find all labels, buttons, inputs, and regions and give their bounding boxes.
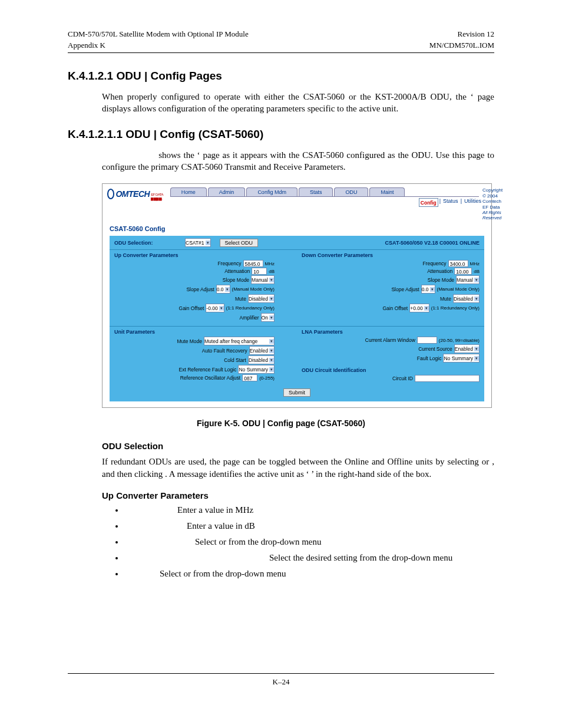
up-slopemode-select[interactable]: Manual▾ <box>251 275 275 284</box>
dn-mute-select[interactable]: Disabled▾ <box>453 294 480 303</box>
para-config-pages: When properly configured to operate with… <box>102 91 494 115</box>
subtab-config[interactable]: Config <box>419 198 438 207</box>
dn-slopemode-select[interactable]: Manual▾ <box>456 275 480 284</box>
tab-admin[interactable]: Admin <box>208 187 246 196</box>
chevron-down-icon: ▾ <box>269 348 274 353</box>
tab-home[interactable]: Home <box>170 187 207 196</box>
up-slopemode-label: Slope Mode <box>223 277 249 283</box>
down-converter-title: Down Converter Parameters <box>302 252 480 258</box>
tab-maint[interactable]: Maint <box>369 187 405 196</box>
unit-mutemode-label: Mute Mode <box>177 338 202 344</box>
lna-fl-label: Fault Logic <box>417 355 442 361</box>
unit-afr-label: Auto Fault Recovery <box>202 348 247 354</box>
submit-button[interactable]: Submit <box>283 388 310 397</box>
tab-config[interactable]: Config Mdm <box>246 187 297 196</box>
dn-slopeadj-value: 0.0 <box>422 286 429 292</box>
unit-roa-hint: (0-255) <box>259 375 275 381</box>
unit-mutemode-value: Muted after freq change <box>204 338 257 344</box>
unit-coldstart-select[interactable]: Disabled▾ <box>248 355 275 364</box>
lna-fl-select[interactable]: No Summary▾ <box>443 354 480 363</box>
subtab-utilities[interactable]: Utilities <box>463 198 482 207</box>
unit-coldstart-value: Disabled <box>249 357 268 363</box>
up-freq-input[interactable]: 5845.0 <box>243 260 263 267</box>
up-converter-list: Enter a value in MHz Enter a value in dB… <box>114 505 494 579</box>
lna-cs-value: Enabled <box>455 346 473 352</box>
dn-freq-unit: MHz <box>470 261 480 266</box>
figure-caption: Figure K-5. ODU | Config page (CSAT-5060… <box>68 419 494 428</box>
up-slopeadj-value: 0.0 <box>217 286 224 292</box>
dn-atten-input[interactable]: 10.00 <box>454 268 472 275</box>
up-atten-input[interactable]: 10 <box>252 268 267 275</box>
dn-gainoff-label: Gain Offset <box>382 305 408 311</box>
heading-odu-selection: ODU Selection <box>102 441 494 451</box>
odu-selection-value: CSAT#1 <box>186 240 204 246</box>
list-item: Enter a value in MHz <box>124 505 494 515</box>
chevron-down-icon: ▾ <box>269 315 274 320</box>
lna-params-title: LNA Parameters <box>302 329 480 335</box>
unit-roa-label: Reference Oscillator Adjust <box>180 375 241 381</box>
hdr-left1: CDM-570/570L Satellite Modem with Option… <box>68 29 249 39</box>
chevron-down-icon: ▾ <box>474 356 479 361</box>
up-amp-select[interactable]: On▾ <box>261 313 275 322</box>
tab-odu[interactable]: ODU <box>334 187 368 196</box>
screenshot-panel: OMTECH EF DATA ▆▆▆▆. Home Admin Config M… <box>102 183 492 408</box>
copyright-block: Copyright © 2004 Comtech EF Data All Rig… <box>482 187 503 220</box>
logo-subtext: EF DATA ▆▆▆▆. <box>151 193 166 200</box>
heading-config-pages: K.4.1.2.1 ODU | Config Pages <box>68 70 494 83</box>
odu-selection-select[interactable]: CSAT#1▾ <box>185 238 211 247</box>
subtab-status[interactable]: Status <box>442 198 459 207</box>
dn-slopeadj-hint: (Manual Mode Only) <box>437 286 480 292</box>
dn-mute-label: Mute <box>440 296 451 302</box>
up-slopeadj-label: Slope Adjust <box>186 286 214 292</box>
hdr-right2: MN/CDM570L.IOM <box>429 41 494 50</box>
dn-freq-label: Frequency <box>422 261 446 266</box>
unit-erfl-label: Ext Reference Fault Logic <box>179 367 237 373</box>
lna-caw-hint: (20-50, 99=disable) <box>439 338 480 343</box>
lna-cs-select[interactable]: Enabled▾ <box>454 344 480 353</box>
odu-selection-label: ODU Selection: <box>114 240 185 246</box>
hdr-left2: Appendix K <box>68 41 105 50</box>
copyright-l2: Comtech EF Data <box>482 199 503 210</box>
up-gainoff-value: -0.00 <box>206 305 217 311</box>
globe-icon <box>107 189 114 199</box>
copyright-l3: All Rights Reserved <box>482 210 503 220</box>
up-amp-label: Amplifier <box>240 315 259 321</box>
logo-text: OMTECH <box>115 189 150 199</box>
config-panel: ODU Selection: CSAT#1▾ Select ODU CSAT-5… <box>110 236 484 401</box>
logo: OMTECH EF DATA ▆▆▆▆. <box>107 187 166 200</box>
lna-caw-label: Current Alarm Window <box>365 337 415 343</box>
dn-atten-unit: dB <box>474 269 480 274</box>
up-atten-unit: dB <box>269 269 275 274</box>
unit-afr-select[interactable]: Enabled▾ <box>249 346 275 355</box>
oci-label: Circuit ID <box>392 375 413 381</box>
dn-freq-input[interactable]: 3400.0 <box>448 260 468 267</box>
up-mute-select[interactable]: Disabled▾ <box>248 294 275 303</box>
up-mute-label: Mute <box>235 296 246 302</box>
up-amp-value: On <box>262 315 268 321</box>
up-mute-value: Disabled <box>249 296 268 302</box>
up-gainoff-hint: (1:1 Redundancy Only) <box>226 305 275 311</box>
para-odu-selection: If redundant ODUs are used, the page can… <box>102 456 494 480</box>
hdr-right1: Revision 12 <box>458 29 494 39</box>
dn-gainoff-select[interactable]: +0.00▾ <box>409 304 429 312</box>
chevron-down-icon: ▾ <box>269 358 274 363</box>
unit-erfl-select[interactable]: No Summary▾ <box>238 365 275 374</box>
select-odu-button[interactable]: Select ODU <box>220 239 259 247</box>
oci-title: ODU Circuit Identification <box>302 367 480 373</box>
up-gainoff-label: Gain Offset <box>179 305 204 311</box>
dn-atten-label: Attenuation <box>427 268 452 274</box>
lna-cs-label: Current Source <box>418 346 452 352</box>
unit-mutemode-select[interactable]: Muted after freq change▾ <box>204 337 275 345</box>
chevron-down-icon: ▾ <box>424 306 429 311</box>
up-gainoff-select[interactable]: -0.00▾ <box>206 304 224 312</box>
dn-slopeadj-select[interactable]: 0.0▾ <box>421 285 435 294</box>
tab-stats[interactable]: Stats <box>299 187 333 196</box>
chevron-down-icon: ▾ <box>225 287 230 292</box>
lna-caw-input[interactable] <box>417 337 437 344</box>
heading-up-converter: Up Converter Parameters <box>102 490 494 500</box>
up-slopeadj-select[interactable]: 0.0▾ <box>216 285 230 294</box>
oci-input[interactable] <box>415 375 480 382</box>
dn-slopemode-label: Slope Mode <box>428 277 454 283</box>
unit-roa-input[interactable]: 087 <box>242 374 257 381</box>
list-item: Select the desired setting from the drop… <box>124 553 494 563</box>
